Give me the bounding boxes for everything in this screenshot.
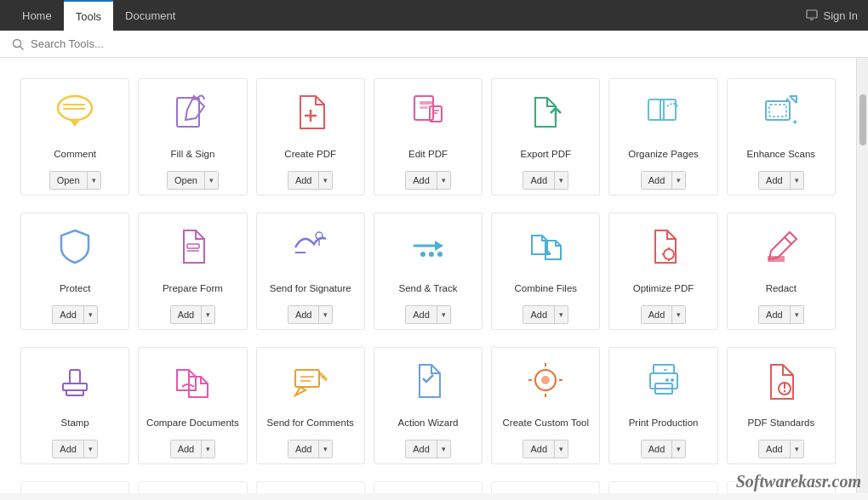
- nav-tab-home[interactable]: Home: [10, 0, 64, 31]
- compare-docs-btn-group[interactable]: Add ▾: [170, 440, 216, 458]
- print-production-dropdown-btn[interactable]: ▾: [672, 440, 685, 457]
- search-input[interactable]: [31, 37, 218, 50]
- send-comments-dropdown-btn[interactable]: ▾: [319, 440, 332, 457]
- nav-tab-tools[interactable]: Tools: [64, 0, 113, 31]
- tool-card-pdf-standards: PDF Standards Add ▾: [727, 347, 836, 464]
- sign-in-button[interactable]: Sign In: [805, 9, 858, 22]
- prepare-form-btn-group[interactable]: Add ▾: [170, 305, 216, 324]
- svg-rect-23: [769, 105, 786, 116]
- prepare-form-dropdown-btn[interactable]: ▾: [202, 306, 214, 323]
- svg-line-3: [20, 46, 24, 49]
- protect-btn-group[interactable]: Add ▾: [52, 305, 98, 324]
- comment-open-btn[interactable]: Open: [50, 172, 88, 189]
- svg-point-65: [665, 378, 669, 382]
- redact-btn-group[interactable]: Add ▾: [758, 305, 804, 324]
- fill-sign-dropdown-btn[interactable]: ▾: [205, 172, 218, 189]
- create-custom-add-btn[interactable]: Add: [523, 440, 555, 457]
- pdf-standards-dropdown-btn[interactable]: ▾: [791, 440, 803, 457]
- svg-rect-48: [70, 370, 80, 384]
- tool-card-fill-sign: Fill & Sign Open ▾: [138, 78, 247, 196]
- combine-files-dropdown-btn[interactable]: ▾: [555, 306, 568, 323]
- create-pdf-icon: [287, 88, 334, 135]
- redact-dropdown-btn[interactable]: ▾: [791, 306, 803, 323]
- export-pdf-label: Export PDF: [521, 142, 571, 166]
- send-track-add-btn[interactable]: Add: [406, 306, 437, 323]
- edit-pdf-btn-group[interactable]: Add ▾: [405, 171, 451, 190]
- svg-text:✦: ✦: [791, 117, 798, 127]
- redact-add-btn[interactable]: Add: [759, 306, 791, 323]
- comment-btn-group[interactable]: Open ▾: [49, 171, 101, 190]
- create-custom-dropdown-btn[interactable]: ▾: [555, 440, 568, 457]
- protect-dropdown-btn[interactable]: ▾: [84, 306, 97, 323]
- send-comments-btn-group[interactable]: Add ▾: [288, 440, 334, 458]
- send-signature-btn-group[interactable]: Add ▾: [288, 305, 334, 324]
- stamp-add-btn[interactable]: Add: [53, 440, 84, 457]
- optimize-pdf-btn-group[interactable]: Add ▾: [641, 305, 687, 324]
- optimize-pdf-dropdown-btn[interactable]: ▾: [672, 306, 685, 323]
- scrollbar-thumb[interactable]: [859, 94, 866, 145]
- svg-rect-45: [768, 256, 785, 262]
- svg-rect-0: [807, 10, 817, 18]
- protect-add-btn[interactable]: Add: [53, 306, 84, 323]
- export-pdf-btn-group[interactable]: Add ▾: [523, 171, 568, 190]
- compare-docs-dropdown-btn[interactable]: ▾: [202, 440, 214, 457]
- export-pdf-add-btn[interactable]: Add: [523, 172, 555, 189]
- tool-card-send-comments: Send for Comments Add ▾: [256, 347, 365, 464]
- prepare-form-add-btn[interactable]: Add: [171, 306, 203, 323]
- send-track-btn-group[interactable]: Add ▾: [405, 305, 451, 324]
- organize-pages-dropdown-btn[interactable]: ▾: [672, 172, 685, 189]
- compare-docs-label: Compare Documents: [146, 411, 239, 435]
- send-signature-add-btn[interactable]: Add: [288, 306, 320, 323]
- organize-pages-icon: [640, 88, 688, 135]
- tool-card-action-wizard: Action Wizard Add ▾: [374, 347, 483, 464]
- tool-card-send-signature: Send for Signature Add ▾: [256, 213, 365, 330]
- svg-rect-14: [420, 106, 428, 109]
- edit-pdf-icon: [404, 88, 452, 135]
- account-icon: [805, 9, 819, 22]
- enhance-scans-add-btn[interactable]: Add: [759, 172, 791, 189]
- svg-rect-13: [420, 101, 433, 105]
- nav-tab-document[interactable]: Document: [113, 0, 187, 31]
- create-pdf-btn-group[interactable]: Add ▾: [288, 171, 334, 190]
- action-wizard-btn-group[interactable]: Add ▾: [405, 440, 451, 458]
- create-custom-btn-group[interactable]: Add ▾: [523, 440, 568, 458]
- svg-marker-54: [319, 372, 328, 382]
- edit-pdf-dropdown-btn[interactable]: ▾: [437, 172, 450, 189]
- comment-dropdown-btn[interactable]: ▾: [88, 172, 100, 189]
- fill-sign-btn-group[interactable]: Open ▾: [167, 171, 219, 190]
- pdf-standards-add-btn[interactable]: Add: [759, 440, 791, 457]
- combine-files-icon: [522, 222, 569, 270]
- optimize-pdf-add-btn[interactable]: Add: [642, 306, 673, 323]
- create-pdf-dropdown-btn[interactable]: ▾: [319, 172, 332, 189]
- scrollbar[interactable]: [856, 58, 868, 493]
- combine-files-btn-group[interactable]: Add ▾: [523, 305, 568, 324]
- create-custom-icon: [522, 356, 569, 404]
- svg-rect-46: [63, 384, 87, 390]
- fill-sign-open-btn[interactable]: Open: [168, 172, 205, 189]
- stamp-btn-group[interactable]: Add ▾: [52, 440, 98, 458]
- print-production-add-btn[interactable]: Add: [642, 440, 673, 457]
- enhance-scans-dropdown-btn[interactable]: ▾: [791, 172, 803, 189]
- enhance-scans-btn-group[interactable]: Add ▾: [758, 171, 804, 190]
- protect-icon: [51, 222, 99, 270]
- stamp-icon: [51, 356, 99, 404]
- action-wizard-dropdown-btn[interactable]: ▾: [437, 440, 450, 457]
- create-pdf-add-btn[interactable]: Add: [288, 172, 320, 189]
- send-track-dropdown-btn[interactable]: ▾: [437, 306, 450, 323]
- send-signature-dropdown-btn[interactable]: ▾: [319, 306, 332, 323]
- combine-files-add-btn[interactable]: Add: [523, 306, 555, 323]
- pdf-standards-btn-group[interactable]: Add ▾: [758, 440, 804, 458]
- organize-pages-btn-group[interactable]: Add ▾: [641, 171, 687, 190]
- send-comments-add-btn[interactable]: Add: [288, 440, 320, 457]
- export-pdf-dropdown-btn[interactable]: ▾: [555, 172, 568, 189]
- edit-pdf-add-btn[interactable]: Add: [406, 172, 437, 189]
- tool-card-prepare-form: Prepare Form Add ▾: [138, 213, 247, 330]
- compare-docs-add-btn[interactable]: Add: [171, 440, 203, 457]
- svg-marker-33: [435, 241, 443, 251]
- stamp-dropdown-btn[interactable]: ▾: [84, 440, 97, 457]
- top-navigation: Home Tools Document Sign In: [0, 0, 868, 31]
- svg-point-56: [541, 376, 550, 384]
- action-wizard-add-btn[interactable]: Add: [406, 440, 437, 457]
- organize-pages-add-btn[interactable]: Add: [642, 172, 673, 189]
- print-production-btn-group[interactable]: Add ▾: [641, 440, 687, 458]
